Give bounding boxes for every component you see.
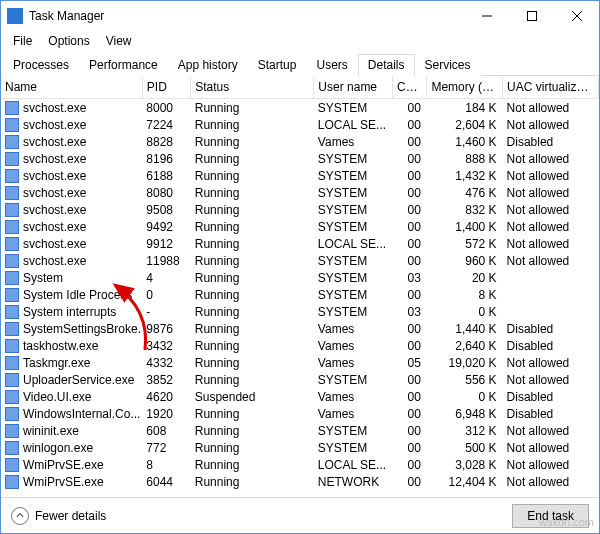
cell-mem: 832 K [427, 201, 503, 218]
tab-processes[interactable]: Processes [3, 54, 79, 76]
process-table[interactable]: NamePIDStatusUser nameCPUMemory (a...UAC… [1, 76, 599, 497]
table-row[interactable]: wininit.exe608RunningSYSTEM00312 KNot al… [1, 422, 599, 439]
col-cpu[interactable]: CPU [393, 76, 427, 99]
cell-status: Running [191, 422, 314, 439]
menu-view[interactable]: View [98, 32, 140, 50]
process-name: Taskmgr.exe [23, 356, 90, 370]
col-user[interactable]: User name [314, 76, 393, 99]
cell-cpu: 00 [393, 116, 427, 133]
cell-mem: 960 K [427, 252, 503, 269]
cell-pid: 9876 [142, 320, 190, 337]
table-row[interactable]: SystemSettingsBroke...9876RunningVames00… [1, 320, 599, 337]
table-row[interactable]: WindowsInternal.Co...1920RunningVames006… [1, 405, 599, 422]
menu-options[interactable]: Options [40, 32, 97, 50]
cell-pid: 9912 [142, 235, 190, 252]
tab-app-history[interactable]: App history [168, 54, 248, 76]
process-icon [5, 169, 19, 183]
process-name: UploaderService.exe [23, 373, 134, 387]
table-row[interactable]: svchost.exe6188RunningSYSTEM001,432 KNot… [1, 167, 599, 184]
cell-name: Taskmgr.exe [1, 354, 142, 371]
table-row[interactable]: svchost.exe9492RunningSYSTEM001,400 KNot… [1, 218, 599, 235]
process-name: System Idle Process [23, 288, 132, 302]
cell-mem: 20 K [427, 269, 503, 286]
col-pid[interactable]: PID [142, 76, 190, 99]
cell-cpu: 00 [393, 439, 427, 456]
cell-name: svchost.exe [1, 99, 142, 117]
table-row[interactable]: taskhostw.exe3432RunningVames002,640 KDi… [1, 337, 599, 354]
table-row[interactable]: svchost.exe11988RunningSYSTEM00960 KNot … [1, 252, 599, 269]
table-header-row[interactable]: NamePIDStatusUser nameCPUMemory (a...UAC… [1, 76, 599, 99]
cell-cpu: 00 [393, 235, 427, 252]
table-row[interactable]: UploaderService.exe3852RunningSYSTEM0055… [1, 371, 599, 388]
cell-mem: 888 K [427, 150, 503, 167]
tab-startup[interactable]: Startup [248, 54, 307, 76]
window-title: Task Manager [29, 9, 464, 23]
cell-cpu: 05 [393, 354, 427, 371]
table-row[interactable]: Video.UI.exe4620SuspendedVames000 KDisab… [1, 388, 599, 405]
close-button[interactable] [554, 1, 599, 31]
table-row[interactable]: System interrupts-RunningSYSTEM030 K [1, 303, 599, 320]
cell-mem: 1,460 K [427, 133, 503, 150]
cell-user: SYSTEM [314, 218, 393, 235]
cell-status: Running [191, 337, 314, 354]
cell-uac [503, 286, 599, 303]
cell-status: Running [191, 184, 314, 201]
table-row[interactable]: System4RunningSYSTEM0320 K [1, 269, 599, 286]
col-uac[interactable]: UAC virtualizat... [503, 76, 599, 99]
cell-status: Running [191, 269, 314, 286]
titlebar[interactable]: Task Manager [1, 1, 599, 31]
process-icon [5, 220, 19, 234]
table-row[interactable]: svchost.exe9912RunningLOCAL SE...00572 K… [1, 235, 599, 252]
table-row[interactable]: svchost.exe7224RunningLOCAL SE...002,604… [1, 116, 599, 133]
table-row[interactable]: WmiPrvSE.exe8RunningLOCAL SE...003,028 K… [1, 456, 599, 473]
table-row[interactable]: svchost.exe8828RunningVames001,460 KDisa… [1, 133, 599, 150]
cell-uac [503, 303, 599, 320]
cell-pid: 6188 [142, 167, 190, 184]
table-row[interactable]: svchost.exe9508RunningSYSTEM00832 KNot a… [1, 201, 599, 218]
cell-uac: Disabled [503, 405, 599, 422]
process-icon [5, 101, 19, 115]
col-status[interactable]: Status [191, 76, 314, 99]
menu-file[interactable]: File [5, 32, 40, 50]
tab-services[interactable]: Services [415, 54, 481, 76]
col-mem[interactable]: Memory (a... [427, 76, 503, 99]
table-row[interactable]: svchost.exe8000RunningSYSTEM00184 KNot a… [1, 99, 599, 117]
tab-details[interactable]: Details [358, 54, 415, 76]
cell-status: Running [191, 320, 314, 337]
cell-user: LOCAL SE... [314, 456, 393, 473]
tab-users[interactable]: Users [306, 54, 357, 76]
cell-status: Running [191, 218, 314, 235]
tab-performance[interactable]: Performance [79, 54, 168, 76]
table-row[interactable]: Taskmgr.exe4332RunningVames0519,020 KNot… [1, 354, 599, 371]
fewer-details-label: Fewer details [35, 509, 106, 523]
col-name[interactable]: Name [1, 76, 142, 99]
maximize-button[interactable] [509, 1, 554, 31]
process-icon [5, 339, 19, 353]
minimize-button[interactable] [464, 1, 509, 31]
process-icon [5, 475, 19, 489]
svg-rect-1 [527, 12, 536, 21]
cell-uac: Not allowed [503, 167, 599, 184]
process-icon [5, 305, 19, 319]
fewer-details-button[interactable]: Fewer details [11, 507, 106, 525]
cell-name: svchost.exe [1, 235, 142, 252]
table-row[interactable]: svchost.exe8196RunningSYSTEM00888 KNot a… [1, 150, 599, 167]
cell-user: SYSTEM [314, 167, 393, 184]
task-manager-window: Task Manager File Options View Processes… [0, 0, 600, 534]
cell-mem: 572 K [427, 235, 503, 252]
cell-user: SYSTEM [314, 439, 393, 456]
table-row[interactable]: WmiPrvSE.exe6044RunningNETWORK0012,404 K… [1, 473, 599, 490]
cell-user: Vames [314, 388, 393, 405]
cell-status: Running [191, 201, 314, 218]
process-icon [5, 458, 19, 472]
cell-user: Vames [314, 354, 393, 371]
process-name: svchost.exe [23, 186, 86, 200]
cell-uac: Not allowed [503, 116, 599, 133]
process-name: svchost.exe [23, 152, 86, 166]
table-row[interactable]: System Idle Process0RunningSYSTEM008 K [1, 286, 599, 303]
process-icon [5, 271, 19, 285]
table-row[interactable]: winlogon.exe772RunningSYSTEM00500 KNot a… [1, 439, 599, 456]
cell-uac: Not allowed [503, 439, 599, 456]
table-row[interactable]: svchost.exe8080RunningSYSTEM00476 KNot a… [1, 184, 599, 201]
cell-name: taskhostw.exe [1, 337, 142, 354]
